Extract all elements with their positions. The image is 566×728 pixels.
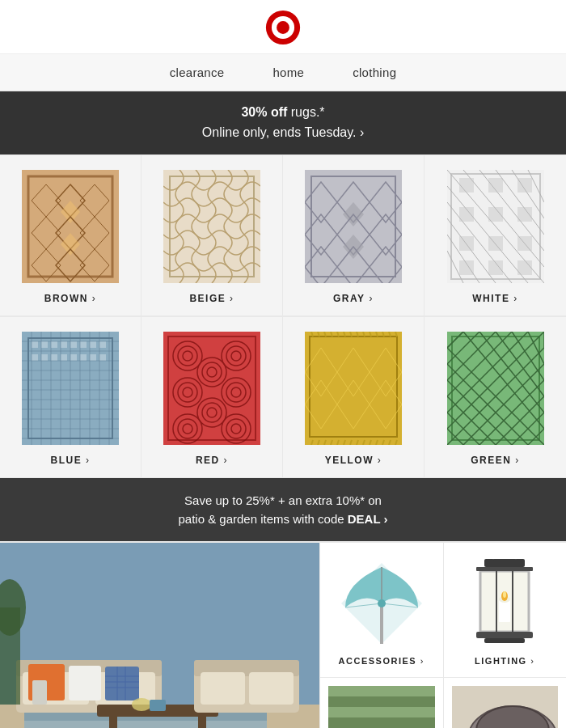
patio-metal-cell[interactable] [443,678,567,728]
rug-yellow-cell[interactable]: YELLOW [283,317,424,478]
nav-clearance[interactable]: clearance [170,66,225,79]
svg-rect-62 [70,341,77,348]
patio-metal-image [452,686,559,728]
rug-red-image [163,332,260,445]
svg-rect-44 [459,178,474,193]
accessories-label: ACCESSORIES [339,656,424,666]
svg-rect-67 [41,354,48,361]
rug-white-label: WHITE [472,293,518,304]
nav-clothing[interactable]: clothing [353,66,396,79]
header [0,0,566,54]
svg-rect-51 [488,236,503,251]
patio-main-image[interactable] [0,543,319,728]
rug-red-label: RED [196,455,228,466]
patio-striped-image [328,686,435,728]
svg-rect-64 [90,341,96,348]
svg-rect-234 [328,686,435,696]
svg-rect-227 [499,599,510,622]
svg-rect-3 [22,170,119,283]
svg-rect-73 [99,354,106,361]
svg-rect-52 [517,236,532,251]
lighting-label: LIGHTING [475,656,534,666]
svg-rect-72 [90,354,96,361]
svg-rect-47 [459,207,474,222]
svg-rect-235 [328,707,435,717]
svg-point-2 [277,21,289,34]
patio-grid: ACCESSORIES [0,541,566,728]
svg-rect-196 [69,666,101,700]
svg-rect-121 [305,332,402,445]
rug-brown-label: BROWN [44,293,97,304]
svg-rect-220 [380,603,383,644]
promo2-text1: Save up to 25%* + an extra 10%* on [16,491,550,510]
svg-rect-213 [201,672,245,705]
svg-rect-207 [150,700,166,711]
rug-gray-image [305,170,402,283]
rug-red-cell[interactable]: RED [142,317,283,478]
rug-blue-image [22,332,119,445]
svg-rect-197 [105,667,139,700]
svg-rect-70 [70,354,77,361]
rug-beige-image [163,170,260,283]
svg-rect-54 [488,260,503,275]
svg-rect-210 [32,680,47,705]
rug-green-cell[interactable]: GREEN [424,317,566,478]
rug-brown-image [22,170,119,283]
svg-rect-53 [459,260,474,275]
rug-blue-cell[interactable]: BLUE [0,317,142,478]
svg-rect-204 [109,717,117,728]
patio-accessories-cell[interactable]: ACCESSORIES [319,543,443,678]
svg-rect-50 [459,236,474,251]
promo-text1: rugs.* [287,105,324,119]
nav-bar: clearance home clothing [0,54,566,91]
svg-rect-71 [80,354,87,361]
svg-rect-66 [32,354,38,361]
target-logo-icon[interactable] [265,10,301,45]
rug-yellow-image [305,332,402,445]
svg-point-206 [132,698,151,711]
svg-rect-65 [99,341,106,348]
promo-banner-patio[interactable]: Save up to 25%* + an extra 10%* on patio… [0,478,566,542]
rug-brown-cell[interactable]: BROWN [0,155,142,316]
promo2-code: DEAL › [348,512,388,526]
promo2-text2: patio & garden items with code DEAL › [16,510,550,528]
svg-rect-59 [41,341,48,348]
rug-grid-row1: BROWN [0,154,566,316]
rug-white-image [447,170,544,283]
rug-beige-label: BEIGE [189,293,234,304]
svg-rect-231 [476,632,533,638]
svg-rect-46 [517,178,532,193]
svg-rect-49 [517,207,532,222]
rug-green-label: GREEN [471,455,520,466]
patio-lighting-cell[interactable]: LIGHTING [443,543,567,678]
promo-bold: 30% off [241,105,287,119]
umbrella-icon [329,559,434,648]
promo-banner-rugs[interactable]: 30% off rugs.* Online only, ends Tuesday… [0,91,566,154]
svg-rect-68 [51,354,57,361]
svg-rect-60 [51,341,57,348]
svg-rect-45 [488,178,503,193]
promo-text2: Online only, ends Tuesday. › [16,123,550,143]
rug-white-cell[interactable]: WHITE [424,155,566,316]
patio-striped-cell[interactable] [319,678,443,728]
svg-rect-205 [198,717,206,728]
svg-rect-69 [61,354,67,361]
rug-gray-label: GRAY [333,293,374,304]
rug-beige-cell[interactable]: BEIGE [142,155,283,316]
rug-yellow-label: YELLOW [325,455,382,466]
svg-rect-48 [488,207,503,222]
svg-point-221 [378,599,386,607]
rug-gray-cell[interactable]: GRAY [283,155,424,316]
nav-home[interactable]: home [272,66,304,79]
svg-rect-58 [32,341,38,348]
rug-blue-label: BLUE [50,455,90,466]
svg-rect-55 [517,260,532,275]
svg-point-230 [503,591,506,598]
svg-rect-222 [484,559,525,567]
rug-green-image [447,332,544,445]
rug-grid-row2: BLUE [0,316,566,478]
svg-rect-232 [484,638,525,643]
svg-rect-63 [80,341,87,348]
svg-rect-214 [249,672,294,705]
svg-rect-61 [61,341,67,348]
